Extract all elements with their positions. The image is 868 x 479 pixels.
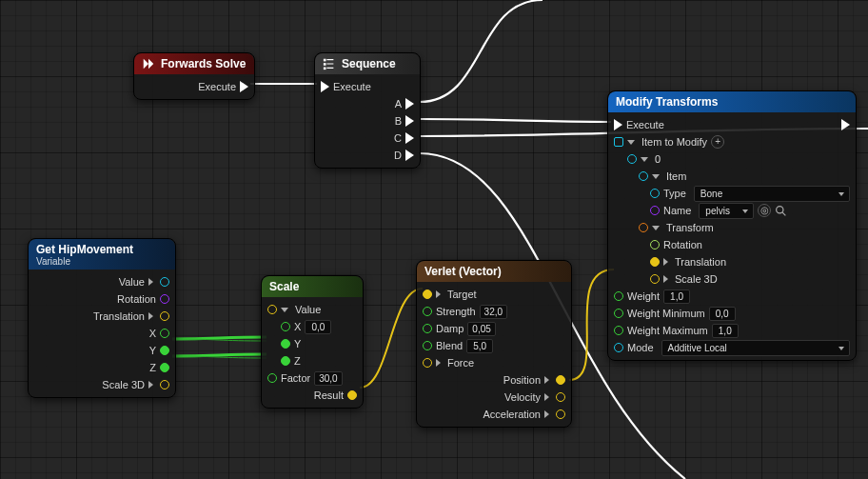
- pin-row-x[interactable]: X0,0: [267, 318, 357, 335]
- pin-row-value[interactable]: Value: [267, 301, 357, 318]
- pin-row-translation[interactable]: Translation: [614, 253, 850, 270]
- pin-row-result[interactable]: Result: [267, 387, 357, 404]
- exec-out-icon: [841, 119, 850, 130]
- add-element-button[interactable]: +: [711, 135, 724, 149]
- pin-row-weight-max[interactable]: Weight Maximum1,0: [614, 322, 850, 339]
- blend-value[interactable]: 5,0: [466, 339, 493, 353]
- name-pin-icon: [650, 206, 660, 215]
- chevron-right-icon: [148, 278, 153, 286]
- pick-bone-button[interactable]: ◎: [758, 204, 771, 217]
- pin-row-damp[interactable]: Damp0,05: [423, 320, 565, 337]
- struct-pin-icon: [160, 277, 169, 287]
- pin-row-value[interactable]: Value: [34, 273, 169, 290]
- node-header: Scale: [262, 276, 363, 297]
- svg-marker-1: [148, 59, 153, 70]
- pin-row-x[interactable]: X: [34, 325, 169, 342]
- pin-row-rotation[interactable]: Rotation: [34, 290, 169, 308]
- pin-row-name[interactable]: Name pelvis ◎: [614, 202, 850, 219]
- pin-row-z[interactable]: Z: [34, 359, 169, 376]
- rotator-pin-icon: [160, 294, 169, 304]
- weight-value[interactable]: 1,0: [663, 289, 690, 304]
- pin-row-index0[interactable]: 0: [614, 150, 850, 168]
- vector-pin-icon: [347, 390, 357, 400]
- vector-pin-icon: [556, 392, 565, 402]
- enum-pin-icon: [650, 189, 660, 198]
- svg-rect-4: [324, 68, 326, 70]
- pin-row-b[interactable]: B: [321, 112, 414, 130]
- pin-row-item[interactable]: Item: [614, 168, 850, 185]
- float-pin-icon: [281, 339, 290, 349]
- node-verlet[interactable]: Verlet (Vector) Target Strength32,0 Damp…: [416, 260, 572, 428]
- pin-row-rotation[interactable]: Rotation: [614, 236, 850, 253]
- name-dropdown[interactable]: pelvis: [699, 203, 754, 219]
- pin-row-type[interactable]: Type Bone: [614, 185, 850, 202]
- type-dropdown[interactable]: Bone: [694, 186, 850, 202]
- pin-row-weight-min[interactable]: Weight Minimum0,0: [614, 305, 850, 322]
- exec-out-icon: [405, 150, 414, 161]
- chevron-down-icon: [641, 157, 648, 162]
- pin-row-acceleration[interactable]: Acceleration: [423, 406, 565, 423]
- chevron-right-icon: [436, 359, 441, 367]
- chevron-down-icon: [652, 174, 660, 179]
- damp-value[interactable]: 0,05: [467, 322, 495, 336]
- pin-row-d[interactable]: D: [321, 147, 414, 164]
- sequence-icon: [323, 57, 336, 70]
- float-pin-icon: [267, 373, 277, 383]
- weight-min-value[interactable]: 0,0: [709, 307, 736, 321]
- mode-dropdown[interactable]: Additive Local: [661, 340, 850, 356]
- pin-row-mode[interactable]: ModeAdditive Local: [614, 339, 850, 356]
- node-sequence[interactable]: Sequence Execute A B C D: [314, 52, 421, 169]
- chevron-right-icon: [148, 381, 153, 389]
- vector-pin-icon: [160, 380, 169, 389]
- pin-row-velocity[interactable]: Velocity: [423, 389, 565, 406]
- svg-point-5: [777, 206, 783, 212]
- svg-rect-3: [324, 63, 326, 66]
- node-get-hipmovement[interactable]: Get HipMovement Variable Value Rotation …: [28, 238, 176, 398]
- node-title: Scale: [269, 280, 299, 293]
- chevron-right-icon: [544, 393, 549, 401]
- pin-row-execute-in[interactable]: Execute: [321, 78, 414, 95]
- node-header: Get HipMovement Variable: [29, 239, 175, 269]
- pin-row-scale3d[interactable]: Scale 3D: [614, 270, 850, 288]
- pin-row-execute-out[interactable]: Execute: [140, 78, 248, 95]
- pin-row-scale3d[interactable]: Scale 3D: [34, 376, 169, 393]
- node-subtitle: Variable: [36, 256, 168, 267]
- pin-row-item-to-modify[interactable]: Item to Modify +: [614, 133, 850, 150]
- array-pin-icon: [614, 137, 623, 147]
- node-scale[interactable]: Scale Value X0,0 Y Z Factor30,0 Result: [261, 275, 364, 409]
- factor-value[interactable]: 30,0: [314, 371, 342, 386]
- pin-row-y[interactable]: Y: [34, 342, 169, 359]
- pin-row-force[interactable]: Force: [423, 354, 565, 371]
- struct-pin-icon: [639, 171, 648, 181]
- chevron-down-icon: [281, 308, 288, 312]
- pin-row-z[interactable]: Z: [267, 352, 357, 369]
- vector-pin-icon: [650, 274, 660, 284]
- search-icon[interactable]: [775, 205, 787, 217]
- pin-row-c[interactable]: C: [321, 130, 414, 147]
- pin-row-target[interactable]: Target: [423, 286, 565, 303]
- node-forwards-solve[interactable]: Forwards Solve Execute: [133, 52, 255, 100]
- pin-row-execute[interactable]: Execute: [614, 116, 850, 133]
- chevron-down-icon: [652, 226, 660, 230]
- pin-row-weight[interactable]: Weight1,0: [614, 288, 850, 305]
- pin-row-blend[interactable]: Blend5,0: [423, 337, 565, 354]
- strength-value[interactable]: 32,0: [480, 305, 507, 319]
- pin-row-strength[interactable]: Strength32,0: [423, 303, 565, 320]
- chevron-right-icon: [436, 290, 441, 298]
- pin-row-transform[interactable]: Transform: [614, 219, 850, 236]
- vector-pin-icon: [650, 257, 660, 267]
- pin-row-y[interactable]: Y: [267, 335, 357, 352]
- node-modify-transforms[interactable]: Modify Transforms Execute Item to Modify…: [607, 90, 857, 361]
- weight-max-value[interactable]: 1,0: [712, 324, 739, 338]
- chevron-right-icon: [663, 258, 668, 266]
- pin-row-factor[interactable]: Factor30,0: [267, 369, 357, 387]
- x-value[interactable]: 0,0: [305, 320, 331, 334]
- node-title: Forwards Solve: [161, 57, 246, 70]
- exec-in-icon: [614, 119, 622, 130]
- float-pin-icon: [160, 346, 169, 355]
- vector-pin-icon: [423, 358, 432, 368]
- pin-row-position[interactable]: Position: [423, 371, 565, 389]
- pin-row-translation[interactable]: Translation: [34, 308, 169, 325]
- float-pin-icon: [423, 341, 432, 350]
- pin-row-a[interactable]: A: [321, 95, 414, 112]
